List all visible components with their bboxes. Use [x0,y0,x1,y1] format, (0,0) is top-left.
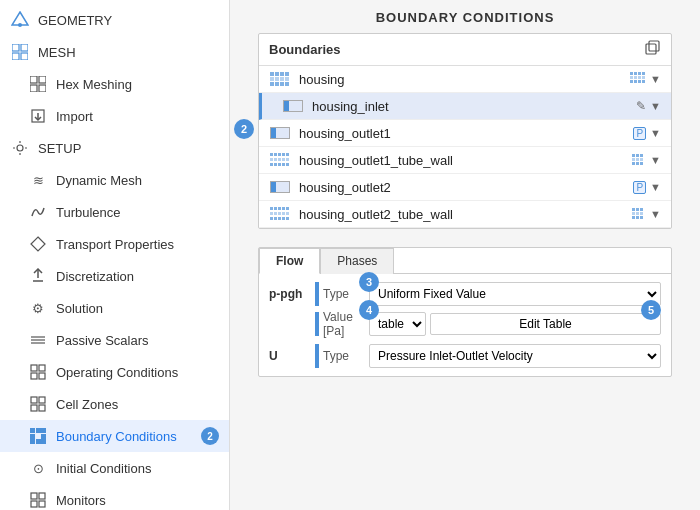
sidebar-item-cell-zones[interactable]: Cell Zones [0,388,229,420]
housing-outlet2-label: housing_outlet2 [299,180,633,195]
housing-outlet1-tube-wall-actions: ▼ [632,154,661,166]
svg-rect-107 [278,217,281,220]
cell-zones-icon [28,394,48,414]
svg-rect-113 [632,212,635,215]
svg-rect-68 [634,80,637,83]
copy-icon[interactable] [645,40,661,59]
housing-label: housing [299,72,630,87]
svg-rect-118 [640,216,643,219]
sidebar-item-operating-conditions[interactable]: Operating Conditions [0,356,229,388]
dynamic-mesh-icon: ≋ [28,170,48,190]
sidebar-item-hex-meshing[interactable]: Hex Meshing [0,68,229,100]
transport-icon [28,234,48,254]
chevron-down-icon[interactable]: ▼ [650,154,661,166]
svg-rect-81 [270,163,273,166]
sidebar-item-dynamic-mesh[interactable]: ≋ Dynamic Mesh [0,164,229,196]
svg-rect-77 [274,158,277,161]
p-pgh-label: p-pgh [269,282,309,301]
sidebar-item-mesh[interactable]: MESH [0,36,229,68]
svg-rect-65 [638,76,641,79]
boundaries-list: housing ▼ housing_inlet ✎ ▼ [259,66,671,228]
boundary-row-housing-outlet1-tube-wall[interactable]: housing_outlet1_tube_wall ▼ [259,147,671,174]
boundaries-panel-header: Boundaries [259,34,671,66]
svg-rect-37 [36,439,41,444]
svg-rect-63 [630,76,633,79]
svg-rect-114 [636,212,639,215]
svg-rect-64 [634,76,637,79]
svg-rect-72 [274,153,277,156]
svg-rect-61 [638,72,641,75]
u-type-select[interactable]: Pressure Inlet-Outlet Velocity [369,344,661,368]
svg-rect-2 [12,44,19,51]
sidebar-item-discretization[interactable]: Discretization [0,260,229,292]
u-fields: Type Pressure Inlet-Outlet Velocity [315,344,661,368]
boundary-row-housing-outlet2[interactable]: housing_outlet2 P ▼ [259,174,671,201]
tab-phases[interactable]: Phases [320,248,394,274]
chevron-down-icon[interactable]: ▼ [650,100,661,112]
chevron-down-icon[interactable]: ▼ [650,208,661,220]
housing-outlet1-label: housing_outlet1 [299,126,633,141]
sidebar-item-monitors[interactable]: Monitors [0,484,229,510]
badge-1: 2 [201,427,219,445]
chevron-down-icon[interactable]: ▼ [650,181,661,193]
svg-rect-111 [636,208,639,211]
u-section: U Type Pressure Inlet-Outlet Velocity [269,344,661,368]
sidebar-item-turbulence[interactable]: Turbulence [0,196,229,228]
p-pgh-type-select[interactable]: Uniform Fixed Value [369,282,661,306]
chevron-down-icon[interactable]: ▼ [650,127,661,139]
sidebar-item-import[interactable]: Import [0,100,229,132]
svg-rect-26 [39,373,45,379]
svg-rect-108 [282,217,285,220]
geometry-icon [10,10,30,30]
boundary-row-housing[interactable]: housing ▼ [259,66,671,93]
boundary-row-housing-inlet[interactable]: housing_inlet ✎ ▼ [259,93,671,120]
p-pgh-value-controls: table Edit Table [369,312,661,336]
svg-rect-102 [278,212,281,215]
svg-rect-33 [41,428,46,433]
sidebar-item-geometry[interactable]: GEOMETRY [0,4,229,36]
svg-rect-29 [31,405,37,411]
u-label: U [269,344,309,363]
housing-outlet2-tube-wall-icon [269,206,291,222]
edit-icon[interactable]: ✎ [636,99,646,113]
svg-rect-93 [636,162,639,165]
svg-rect-45 [649,41,659,51]
svg-rect-46 [646,44,656,54]
sidebar-item-hex-meshing-label: Hex Meshing [56,77,132,92]
svg-rect-62 [642,72,645,75]
u-separator [315,344,319,368]
sidebar-item-setup[interactable]: SETUP [0,132,229,164]
sidebar-item-dynamic-mesh-label: Dynamic Mesh [56,173,142,188]
p-pgh-fields: Type Uniform Fixed Value 3 Value [Pa] [315,282,661,338]
tabs-row: Flow Phases [259,248,671,274]
boundary-conditions-icon [28,426,48,446]
svg-rect-110 [632,208,635,211]
housing-outlet1-tube-wall-label: housing_outlet1_tube_wall [299,153,632,168]
svg-rect-91 [640,158,643,161]
edit-table-button[interactable]: Edit Table [430,313,661,335]
svg-rect-23 [31,365,37,371]
sidebar-item-solution[interactable]: ⚙ Solution [0,292,229,324]
housing-icon [269,71,291,87]
sidebar-item-transport-properties[interactable]: Transport Properties [0,228,229,260]
svg-rect-69 [638,80,641,83]
boundary-row-housing-outlet1[interactable]: housing_outlet1 P ▼ [259,120,671,147]
svg-rect-28 [39,397,45,403]
svg-rect-115 [640,212,643,215]
svg-rect-24 [39,365,45,371]
sidebar-item-initial-conditions[interactable]: ⊙ Initial Conditions [0,452,229,484]
p-icon: P [633,181,646,194]
passive-scalars-icon [28,330,48,350]
tab-flow[interactable]: Flow [259,248,320,274]
svg-rect-49 [280,72,284,76]
initial-conditions-icon: ⊙ [28,458,48,478]
table-select[interactable]: table [369,312,426,336]
housing-outlet2-actions: P ▼ [633,181,661,194]
sidebar-item-boundary-conditions[interactable]: Boundary Conditions 2 [0,420,229,452]
p-pgh-value-row: Value [Pa] table Edit Table 4 5 [315,310,661,338]
discretization-icon [28,266,48,286]
svg-rect-104 [286,212,289,215]
boundary-row-housing-outlet2-tube-wall[interactable]: housing_outlet2_tube_wall ▼ [259,201,671,228]
chevron-down-icon[interactable]: ▼ [650,73,661,85]
sidebar-item-passive-scalars[interactable]: Passive Scalars [0,324,229,356]
